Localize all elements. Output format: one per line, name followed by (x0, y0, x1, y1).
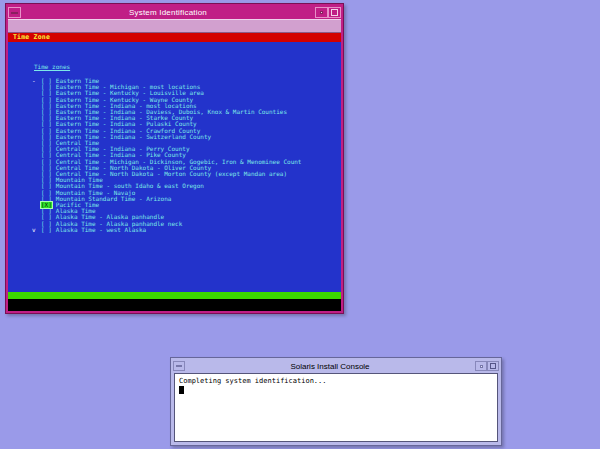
window-menu-button[interactable] (8, 7, 21, 18)
timezone-option[interactable]: v [ ] Alaska Time - west Alaska (32, 227, 337, 233)
scroll-indicator: v (32, 227, 41, 233)
minimize-icon (320, 11, 323, 14)
screen-header: Time Zone (8, 33, 341, 42)
terminal-screen[interactable]: Time Zone Time zones - [ ] Eastern Time … (8, 33, 341, 311)
console-text-line: Completing system identification... (179, 377, 493, 386)
minimize-icon (480, 365, 483, 368)
menu-bar (8, 19, 341, 33)
status-bar-green (8, 292, 341, 299)
minimize-button[interactable] (315, 7, 328, 18)
titlebar[interactable]: System Identification (8, 6, 341, 19)
system-identification-window: System Identification Time Zone Time zon… (5, 3, 344, 314)
console-output[interactable]: Completing system identification... (174, 373, 498, 442)
timezone-list-label: Time zones (34, 63, 70, 70)
solaris-install-console-window: Solaris Install Console Completing syste… (170, 357, 502, 446)
window-title: System Identification (21, 8, 315, 17)
window-menu-icon (176, 365, 182, 367)
maximize-icon (490, 363, 496, 369)
text-cursor (179, 386, 184, 394)
checkbox[interactable]: [ ] (41, 227, 52, 233)
console-maximize-button[interactable] (487, 361, 499, 371)
console-window-title: Solaris Install Console (185, 362, 475, 371)
timezone-screen-body: Time zones - [ ] Eastern Time [ ] Easter… (8, 42, 341, 292)
maximize-button[interactable] (328, 7, 341, 18)
console-window-menu-button[interactable] (173, 361, 185, 371)
window-menu-icon (11, 12, 18, 14)
timezone-list: - [ ] Eastern Time [ ] Eastern Time - Mi… (32, 78, 337, 233)
timezone-label: Alaska Time - west Alaska (56, 227, 146, 233)
console-minimize-button[interactable] (475, 361, 487, 371)
console-titlebar[interactable]: Solaris Install Console (173, 360, 499, 372)
maximize-icon (331, 9, 338, 16)
function-key-bar (8, 299, 341, 311)
